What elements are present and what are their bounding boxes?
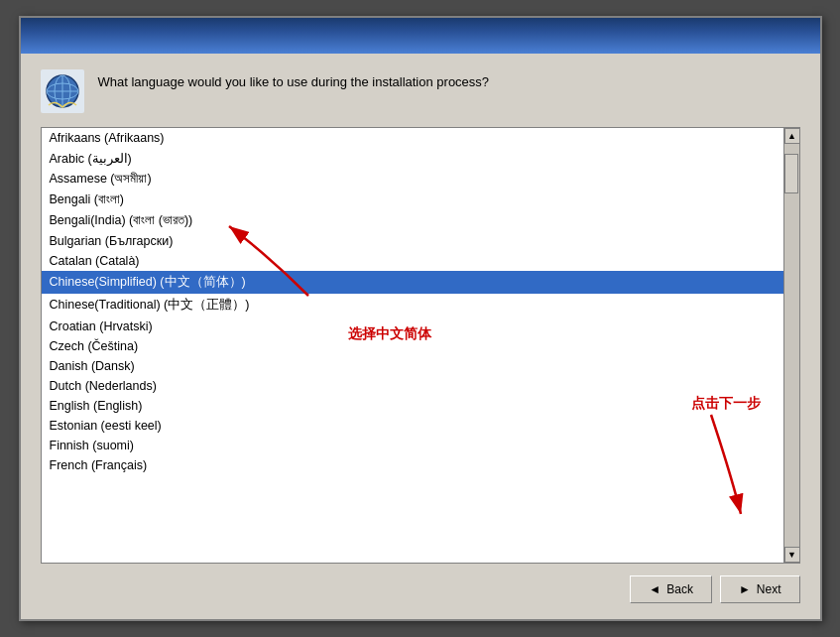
language-list-item[interactable]: Dutch (Nederlands) xyxy=(42,376,783,396)
language-list-item[interactable]: Czech (Čeština) xyxy=(42,336,783,356)
scrollbar[interactable]: ▲ ▼ xyxy=(783,128,799,563)
language-list-item[interactable]: Chinese(Traditional) (中文（正體）) xyxy=(42,294,783,317)
scroll-down-button[interactable]: ▼ xyxy=(784,547,800,563)
language-list[interactable]: Afrikaans (Afrikaans)Arabic (العربية)Ass… xyxy=(42,128,783,563)
language-list-item[interactable]: Bulgarian (Български) xyxy=(42,231,783,251)
language-list-item[interactable]: Bengali (বাংলা) xyxy=(42,190,783,210)
back-arrow-icon: ◄ xyxy=(649,582,660,596)
back-button[interactable]: ◄ Back xyxy=(630,575,712,603)
language-list-item[interactable]: Danish (Dansk) xyxy=(42,356,783,376)
language-list-item[interactable]: Catalan (Català) xyxy=(42,251,783,271)
language-list-item[interactable]: Croatian (Hrvatski) xyxy=(42,317,783,336)
next-label: Next xyxy=(757,582,781,596)
language-list-item[interactable]: Assamese (অসমীয়া) xyxy=(42,169,783,190)
header: What language would you like to use duri… xyxy=(41,69,800,113)
title-bar xyxy=(21,18,820,54)
back-label: Back xyxy=(666,582,693,596)
next-arrow-icon: ► xyxy=(739,582,751,596)
language-list-item[interactable]: Estonian (eesti keel) xyxy=(42,416,783,436)
scroll-up-button[interactable]: ▲ xyxy=(784,128,800,144)
list-wrapper: Afrikaans (Afrikaans)Arabic (العربية)Ass… xyxy=(41,127,800,564)
language-list-item[interactable]: Arabic (العربية) xyxy=(42,148,783,169)
installer-window: What language would you like to use duri… xyxy=(19,16,822,621)
globe-icon xyxy=(41,69,84,113)
language-list-item[interactable]: Chinese(Simplified) (中文（简体）) xyxy=(42,271,783,294)
language-list-item[interactable]: Bengali(India) (বাংলা (ভারত)) xyxy=(42,210,783,231)
language-list-item[interactable]: English (English) xyxy=(42,396,783,416)
language-list-item[interactable]: Afrikaans (Afrikaans) xyxy=(42,128,783,148)
language-list-item[interactable]: French (Français) xyxy=(42,455,783,475)
header-question: What language would you like to use duri… xyxy=(98,69,490,91)
language-list-item[interactable]: Finnish (suomi) xyxy=(42,436,783,455)
language-list-container[interactable]: Afrikaans (Afrikaans)Arabic (العربية)Ass… xyxy=(41,127,800,564)
scroll-track[interactable] xyxy=(784,144,799,547)
next-button[interactable]: ► Next xyxy=(720,575,800,603)
scroll-thumb[interactable] xyxy=(784,154,798,193)
content-area: What language would you like to use duri… xyxy=(21,54,820,619)
footer: ◄ Back ► Next xyxy=(41,564,800,603)
